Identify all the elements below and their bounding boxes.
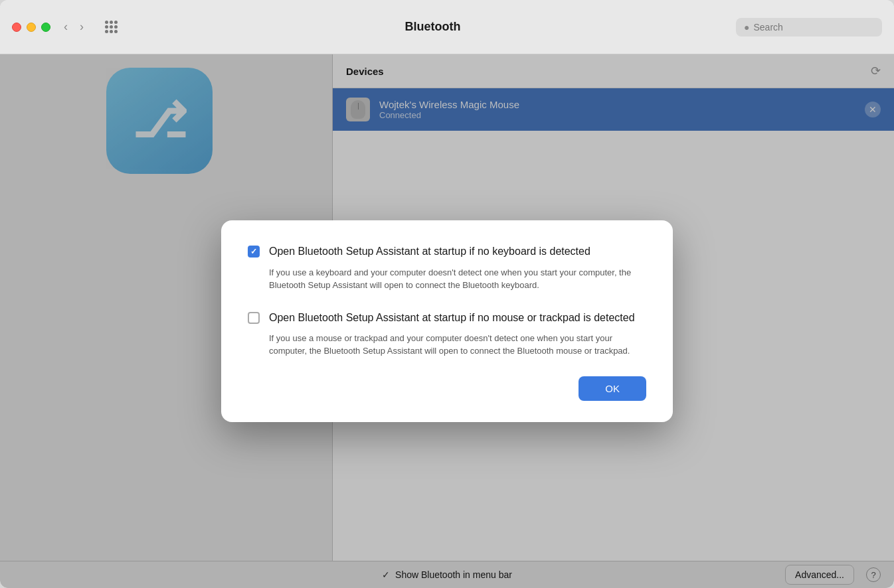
forward-button[interactable]: › [76, 17, 88, 37]
checkbox2-row: Open Bluetooth Setup Assistant at startu… [248, 311, 646, 325]
content-area: ⎇ Devices ⟳ Wojtek's Wireless Magic Mous… [0, 54, 894, 588]
close-button[interactable] [12, 23, 21, 32]
traffic-lights [12, 23, 50, 32]
modal-actions: OK [248, 376, 646, 401]
search-input[interactable] [753, 22, 874, 33]
maximize-button[interactable] [41, 23, 50, 32]
search-icon: ● [744, 22, 749, 33]
window-title: Bluetooth [130, 20, 736, 34]
checkbox1-check-icon: ✓ [250, 247, 257, 256]
main-window: ‹ › Bluetooth ● ⎇ Devi [0, 0, 894, 588]
ok-button[interactable]: OK [579, 376, 646, 401]
checkbox2[interactable] [248, 312, 260, 324]
grid-view-button[interactable] [100, 18, 123, 36]
back-button[interactable]: ‹ [60, 17, 72, 37]
checkbox2-description: If you use a mouse or trackpad and your … [269, 332, 646, 358]
checkbox2-label: Open Bluetooth Setup Assistant at startu… [269, 311, 635, 325]
checkbox1-label: Open Bluetooth Setup Assistant at startu… [269, 244, 590, 259]
nav-buttons: ‹ › [60, 17, 88, 37]
titlebar: ‹ › Bluetooth ● [0, 0, 894, 54]
search-bar[interactable]: ● [736, 18, 882, 37]
modal-overlay: ✓ Open Bluetooth Setup Assistant at star… [0, 54, 894, 588]
checkbox1-description: If you use a keyboard and your computer … [269, 266, 646, 292]
checkbox1[interactable]: ✓ [248, 246, 260, 257]
modal-dialog: ✓ Open Bluetooth Setup Assistant at star… [221, 220, 673, 422]
minimize-button[interactable] [27, 23, 36, 32]
checkbox1-row: ✓ Open Bluetooth Setup Assistant at star… [248, 244, 646, 259]
grid-icon [105, 21, 118, 33]
